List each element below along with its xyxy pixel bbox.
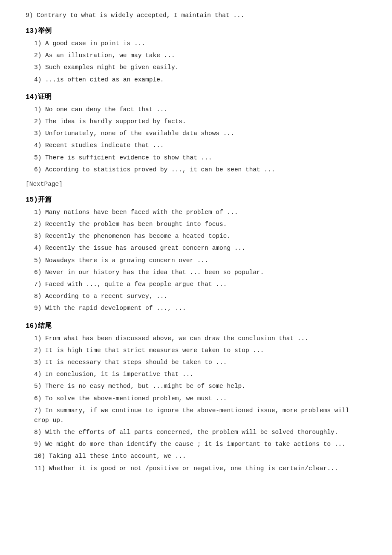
list-item: 3) Such examples might be given easily.: [34, 63, 366, 72]
list-item: 3) It is necessary that steps should be …: [34, 358, 366, 367]
list-item: 9) We might do more than identify the ca…: [34, 439, 366, 449]
section-header-s15: 15)开篇: [26, 195, 366, 204]
section-s16: 16)结尾1) From what has been discussed abo…: [26, 321, 366, 474]
section-header-s13: 13)举例: [26, 26, 366, 35]
list-item: 5) There is sufficient evidence to show …: [34, 153, 366, 163]
list-item: 2) It is high time that strict measures …: [34, 346, 366, 356]
list-item: 1) No one can deny the fact that ...: [34, 105, 366, 115]
list-item: 5) Nowadays there is a growing concern o…: [34, 256, 366, 266]
list-item: 4) In conclusion, it is imperative that …: [34, 370, 366, 379]
section-header-s16: 16)结尾: [26, 321, 366, 330]
list-item: 3) Recently the phenomenon has become a …: [34, 231, 366, 241]
list-item: 11) Whether it is good or not /positive …: [34, 464, 366, 474]
section-s13: 13)举例1) A good case in point is ...2) As…: [26, 26, 366, 85]
list-item: 6) To solve the above-mentioned problem,…: [34, 394, 366, 404]
next-page-marker: [NextPage]: [26, 181, 366, 188]
list-item: 9) With the rapid development of ..., ..…: [34, 304, 366, 313]
list-item: 1) Many nations have been faced with the…: [34, 208, 366, 217]
list-item: 4) Recent studies indicate that ...: [34, 141, 366, 150]
list-item: 4) Recently the issue has aroused great …: [34, 243, 366, 253]
list-item: 6) According to statistics proved by ...…: [34, 165, 366, 175]
list-item: 7) In summary, if we continue to ignore …: [34, 406, 366, 425]
list-item: 3) Unfortunately, none of the available …: [34, 129, 366, 139]
list-item: 2) As an illustration, we may take ...: [34, 51, 366, 61]
list-item: 4) ...is often cited as an example.: [34, 75, 366, 85]
section-header-s14: 14)证明: [26, 92, 366, 101]
section-s14: 14)证明1) No one can deny the fact that ..…: [26, 92, 366, 175]
list-item: 2) Recently the problem has been brought…: [34, 220, 366, 229]
list-item: 8) With the efforts of all parts concern…: [34, 428, 366, 437]
list-item: 1) From what has been discussed above, w…: [34, 334, 366, 344]
list-item: 2) The idea is hardly supported by facts…: [34, 117, 366, 127]
list-item: 5) There is no easy method, but ...might…: [34, 382, 366, 391]
list-item: 8) According to a recent survey, ...: [34, 292, 366, 301]
intro-item9: 9) Contrary to what is widely accepted, …: [26, 12, 366, 19]
list-item: 6) Never in our history has the idea tha…: [34, 268, 366, 278]
list-item: 10) Taking all these into account, we ..…: [34, 451, 366, 461]
list-item: 7) Faced with ..., quite a few people ar…: [34, 280, 366, 289]
list-item: 1) A good case in point is ...: [34, 39, 366, 49]
section-s15: 15)开篇1) Many nations have been faced wit…: [26, 195, 366, 314]
